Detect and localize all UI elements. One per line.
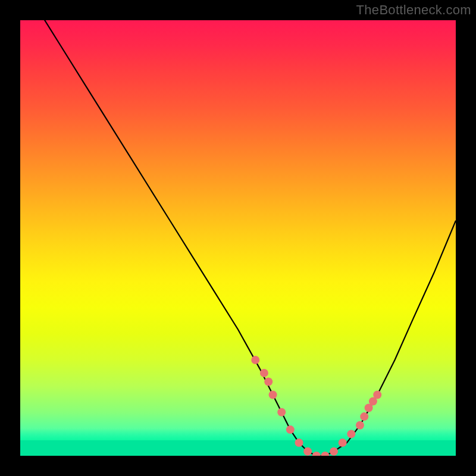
data-point	[356, 421, 364, 430]
chart-canvas: TheBottleneck.com	[0, 0, 476, 476]
data-point	[277, 408, 286, 416]
data-point	[260, 369, 268, 377]
bottleneck-curve	[20, 20, 456, 456]
data-point	[295, 439, 303, 447]
data-point	[347, 430, 355, 438]
data-point	[339, 439, 347, 447]
data-point	[269, 391, 277, 399]
plot-area	[20, 20, 456, 456]
watermark-text: TheBottleneck.com	[356, 2, 471, 18]
data-point	[312, 452, 321, 456]
data-point	[330, 447, 338, 456]
data-point	[321, 452, 329, 456]
data-point	[286, 425, 295, 434]
data-point	[303, 447, 312, 456]
data-point	[251, 356, 259, 364]
data-point	[373, 391, 381, 399]
data-point	[360, 412, 368, 421]
data-point	[264, 378, 273, 386]
